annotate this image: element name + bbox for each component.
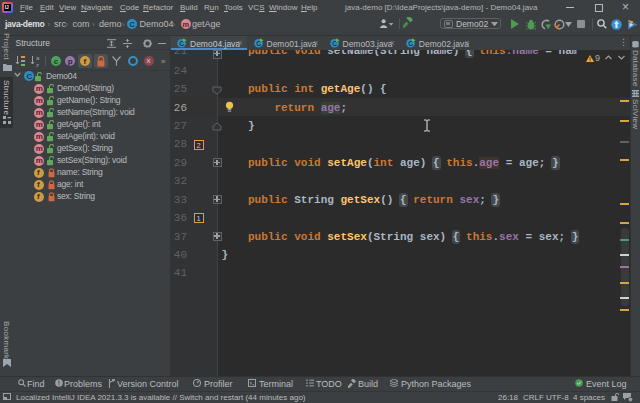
svg-text:z: z (36, 62, 39, 68)
svg-text:a: a (36, 55, 40, 61)
